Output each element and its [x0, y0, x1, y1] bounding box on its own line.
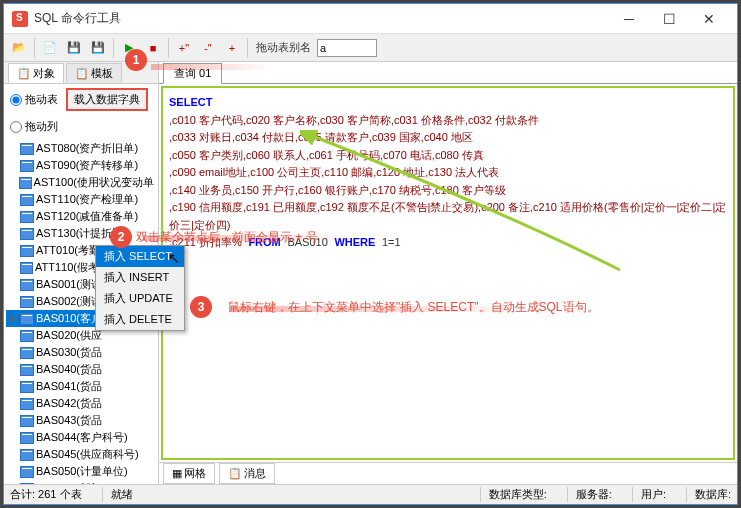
drag-alias-input[interactable] — [317, 39, 377, 57]
statusbar: 合计: 261 个表 就绪 数据库类型: 服务器: 用户: 数据库: — [4, 484, 737, 504]
tree-node[interactable]: AST110(资产检理单) — [6, 191, 156, 208]
tree-node[interactable]: BAS050(计量单位) — [6, 463, 156, 480]
tab-grid[interactable]: ▦网格 — [163, 463, 215, 484]
annotation-1: 1 — [125, 49, 147, 71]
green-arrow — [300, 130, 630, 280]
status-ready: 就绪 — [102, 487, 133, 502]
toolbar-plus-icon[interactable]: +" — [173, 37, 195, 59]
toolbar-minus-icon[interactable]: -" — [197, 37, 219, 59]
minimize-button[interactable]: ─ — [609, 5, 649, 33]
status-dbtype: 数据库类型: — [480, 487, 547, 502]
ctx-insert-delete[interactable]: 插入 DELETE — [96, 309, 184, 330]
tree-node[interactable]: AST080(资产折旧单) — [6, 140, 156, 157]
radio-drag-table[interactable]: 拖动表 — [10, 92, 58, 107]
status-db: 数据库: — [686, 487, 731, 502]
radio-drag-col[interactable]: 拖动列 — [10, 119, 58, 134]
template-icon: 📋 — [75, 67, 89, 80]
toolbar-new-icon[interactable]: 📄 — [39, 37, 61, 59]
tree-node[interactable]: BAS030(货品 — [6, 344, 156, 361]
msg-icon: 📋 — [228, 467, 242, 480]
tree-node[interactable]: BAS045(供应商科号) — [6, 446, 156, 463]
tab-template[interactable]: 📋模板 — [66, 63, 122, 83]
tree-node[interactable]: BAS043(货品 — [6, 412, 156, 429]
tree-node[interactable]: AST100(使用状况变动单 — [6, 174, 156, 191]
annotation-3: 3鼠标右键，在上下文菜单中选择"插入 SELECT"。自动生成SQL语句。 — [190, 296, 599, 318]
tree-node[interactable]: BAS040(货品 — [6, 361, 156, 378]
drag-alias-label: 拖动表别名 — [256, 40, 311, 55]
grid-icon: ▦ — [172, 467, 182, 480]
tree-node[interactable]: AST120(减值准备单) — [6, 208, 156, 225]
ctx-insert-insert[interactable]: 插入 INSERT — [96, 267, 184, 288]
tree-node[interactable]: BAS044(客户科号) — [6, 429, 156, 446]
window-title: SQL 命令行工具 — [34, 10, 609, 27]
annotation-2: 2双击某个节点后，前面会显示 + 号 — [110, 226, 318, 248]
ctx-insert-update[interactable]: 插入 UPDATE — [96, 288, 184, 309]
status-server: 服务器: — [567, 487, 612, 502]
close-button[interactable]: ✕ — [689, 5, 729, 33]
titlebar: SQL 命令行工具 ─ ☐ ✕ — [4, 4, 737, 34]
tree-node[interactable]: BAS042(货品 — [6, 395, 156, 412]
cursor-icon: ↖ — [168, 250, 180, 266]
maximize-button[interactable]: ☐ — [649, 5, 689, 33]
app-icon — [12, 11, 28, 27]
toolbar-saveas-icon[interactable]: 💾 — [87, 37, 109, 59]
toolbar-open-icon[interactable]: 📂 — [8, 37, 30, 59]
object-icon: 📋 — [17, 67, 31, 80]
load-dict-button[interactable]: 载入数据字典 — [66, 88, 148, 111]
status-count: 合计: 261 个表 — [10, 487, 82, 502]
tree-node[interactable]: AST090(资产转移单) — [6, 157, 156, 174]
status-user: 用户: — [632, 487, 666, 502]
tab-object[interactable]: 📋对象 — [8, 63, 64, 83]
toolbar-save-icon[interactable]: 💾 — [63, 37, 85, 59]
toolbar: 📂 📄 💾 💾 ▶ ■ +" -" + 拖动表别名 — [4, 34, 737, 62]
toolbar-plus2-icon[interactable]: + — [221, 37, 243, 59]
tab-message[interactable]: 📋消息 — [219, 463, 275, 484]
tree-node[interactable]: BAS041(货品 — [6, 378, 156, 395]
query-tab[interactable]: 查询 01 — [163, 63, 222, 84]
